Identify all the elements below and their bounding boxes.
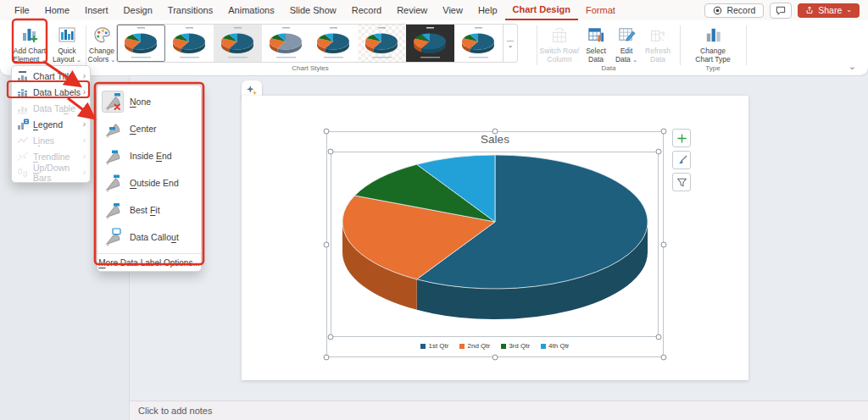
select-data-button[interactable]: Select Data (581, 25, 610, 64)
tab-format[interactable]: Format (578, 0, 623, 20)
group-label-type: Type (705, 64, 720, 72)
submenu-item-inside-end[interactable]: Inside End (97, 142, 201, 169)
selection-handle[interactable] (656, 334, 662, 340)
selection-handle[interactable] (661, 355, 667, 361)
selection-handle[interactable] (324, 129, 330, 135)
change-chart-type-button[interactable]: Change Chart Type (688, 25, 737, 64)
menu-insert[interactable]: Insert (77, 0, 116, 20)
tab-chart-design[interactable]: Chart Design (505, 0, 578, 20)
selection-handle[interactable] (661, 129, 667, 135)
plot-area-frame[interactable] (331, 152, 659, 337)
submenu-item-more-data-label-options[interactable]: More Data Label Options... (97, 253, 201, 271)
selection-handle[interactable] (324, 241, 330, 247)
notes-pane[interactable]: Click to add notes (130, 401, 868, 420)
change-colors-label: Change (89, 47, 114, 55)
refresh-data-label: Refresh (645, 47, 670, 55)
data-label-outside-end-icon (102, 172, 124, 194)
selection-handle[interactable] (324, 355, 330, 361)
edit-data-icon (617, 25, 637, 45)
chart-elements-button[interactable] (672, 129, 691, 147)
chart-style-thumb-2[interactable] (165, 25, 214, 62)
updown-bars-icon (17, 167, 29, 178)
legend-item-1st-qtr[interactable]: 1st Qtr (420, 342, 448, 350)
menu-file[interactable]: File (7, 0, 37, 20)
edit-data-label: Edit (620, 47, 633, 55)
chart-title[interactable]: Sales (326, 133, 664, 146)
chart-style-thumb-4[interactable] (262, 25, 310, 62)
data-table-icon (17, 102, 29, 113)
chart-style-thumb-8[interactable] (454, 25, 503, 62)
refresh-data-button: Refresh Data (641, 25, 675, 64)
chart-style-thumb-1[interactable] (117, 25, 165, 62)
record-button[interactable]: Record (704, 3, 764, 18)
share-button[interactable]: Share ⌄ (798, 3, 860, 18)
menu-view[interactable]: View (435, 0, 470, 20)
selection-handle[interactable] (492, 129, 498, 135)
legend-swatch (541, 344, 546, 349)
gallery-more-button[interactable]: —⌄ (503, 25, 517, 62)
record-label: Record (726, 5, 755, 15)
legend-swatch (501, 344, 506, 349)
legend-item-4th-qtr[interactable]: 4th Qtr (541, 342, 569, 350)
menu-item-legend[interactable]: Legend› (12, 116, 90, 132)
comments-button[interactable] (770, 3, 792, 19)
menu-review[interactable]: Review (389, 0, 435, 20)
submenu-item-data-callout[interactable]: Data Callout (97, 224, 201, 251)
menu-transitions[interactable]: Transitions (160, 0, 220, 20)
chart-legend[interactable]: 1st Qtr2nd Qtr3rd Qtr4th Qtr (326, 342, 664, 350)
menu-design[interactable]: Design (116, 0, 160, 20)
menu-item-up-down-bars: Up/Down Bars› (12, 164, 90, 180)
selection-handle[interactable] (661, 241, 667, 247)
chart-filters-button[interactable] (672, 173, 691, 191)
submenu-item-none[interactable]: None (97, 88, 201, 115)
dropdown-caret: ⌄ (632, 57, 637, 63)
chart-title-icon (17, 70, 29, 81)
chart-style-thumb-7[interactable] (406, 25, 454, 62)
menu-item-chart-title[interactable]: Chart Title› (12, 68, 90, 84)
change-colors-button[interactable]: Change Colors ⌄ (87, 25, 116, 64)
submenu-chevron-icon: › (83, 168, 86, 177)
change-colors-icon (92, 25, 112, 45)
menu-item-data-table: Data Table› (12, 100, 90, 116)
chart-style-thumb-6[interactable] (358, 25, 406, 62)
menu-item-data-labels[interactable]: Data Labels› (12, 84, 90, 100)
slide[interactable]: Sales 1st Qtr2nd Qtr3rd Qtr4th Qtr (242, 96, 748, 380)
edit-data-button[interactable]: Edit Data ⌄ (612, 25, 641, 64)
powerpoint-window: { "titlebar": { "menus": ["File", "Home"… (0, 0, 868, 420)
editing-canvas: Sales 1st Qtr2nd Qtr3rd Qtr4th Qtr (130, 76, 868, 401)
submenu-chevron-icon: › (83, 71, 86, 80)
quick-layout-button[interactable]: Quick Layout ⌄ (49, 25, 85, 64)
change-chart-type-label: Change (700, 47, 726, 55)
selection-handle[interactable] (328, 334, 334, 340)
chart-style-thumb-5[interactable] (310, 25, 359, 62)
data-labels-icon (17, 86, 29, 97)
menu-home[interactable]: Home (37, 0, 77, 20)
switch-row-column-label: Switch Row/ (540, 47, 580, 55)
submenu-item-outside-end[interactable]: Outside End (97, 169, 201, 196)
selection-handle[interactable] (656, 149, 662, 155)
submenu-item-center[interactable]: Center (97, 115, 201, 142)
legend-item-3rd-qtr[interactable]: 3rd Qtr (501, 342, 530, 350)
group-label-chart-styles: Chart Styles (292, 64, 329, 72)
change-chart-type-icon (704, 25, 723, 45)
share-icon (805, 6, 814, 14)
legend-item-2nd-qtr[interactable]: 2nd Qtr (459, 342, 490, 350)
menu-item-lines: Lines› (12, 132, 90, 148)
data-label-best-fit-icon (102, 199, 124, 221)
menu-record[interactable]: Record (344, 0, 389, 20)
menu-help[interactable]: Help (470, 0, 505, 20)
group-label-data: Data (602, 64, 616, 72)
quick-layout-label: Quick (58, 47, 76, 55)
chart-styles-button[interactable] (672, 151, 691, 169)
selection-handle[interactable] (328, 149, 334, 155)
submenu-item-best-fit[interactable]: Best Fit (97, 196, 201, 224)
collapse-ribbon-button[interactable]: ⌄ (849, 61, 856, 72)
add-chart-element-button[interactable]: Add Chart Element ⌄ (10, 25, 49, 64)
selection-handle[interactable] (492, 355, 498, 361)
chart-style-thumb-3[interactable] (214, 25, 262, 62)
menu-slide-show[interactable]: Slide Show (282, 0, 344, 20)
menu-animations[interactable]: Animations (220, 0, 281, 20)
dropdown-caret: ⌄ (111, 57, 116, 63)
ribbon: Add Chart Element ⌄ Quick Layout ⌄ Chang… (0, 20, 868, 76)
data-label-none-icon (102, 91, 124, 113)
